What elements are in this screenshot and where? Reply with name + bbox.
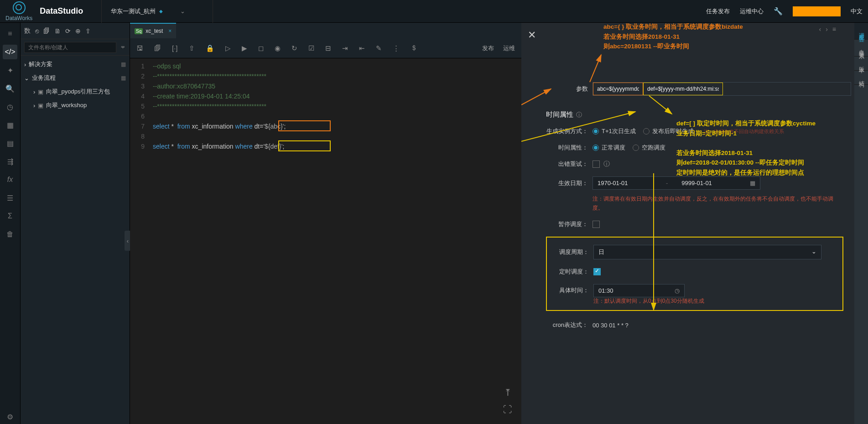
grid-icon[interactable]: ▦ [121, 75, 126, 81]
tree-label: 业务流程 [32, 74, 56, 82]
rail-search-icon[interactable]: 🔍 [3, 81, 17, 96]
more-icon[interactable]: ⋮ [393, 44, 400, 52]
rail-clock-icon[interactable]: ◷ [3, 99, 17, 114]
rrail-lineage[interactable]: 血缘关系 [854, 40, 868, 57]
check-icon[interactable]: ☑ [308, 44, 314, 52]
cost-icon[interactable]: ＄ [411, 44, 417, 52]
nav-next-icon[interactable]: › [826, 26, 828, 33]
rail-grid-icon[interactable]: ▤ [3, 136, 17, 150]
code-editor[interactable]: 123456789 --odps sql --*****************… [130, 58, 521, 424]
gen-note: 注：次日生效不回自动构建依赖关系 [704, 128, 784, 135]
pause-icon[interactable]: ◉ [275, 44, 281, 52]
cycle-select[interactable]: 日⌄ [593, 245, 821, 259]
bracket-icon[interactable]: [·] [172, 44, 178, 52]
left-icon-rail: ≡ </> ✦ 🔍 ◷ ▦ ▤ ⇶ fx ☰ Σ 🗑 ⚙ [0, 23, 21, 424]
tree-search-row: ⫧ [21, 39, 130, 56]
filter-icon[interactable]: ⫧ [120, 44, 126, 51]
cycle-label: 调度周期： [547, 248, 589, 256]
tree-node-solution[interactable]: › 解决方案 ▦ [21, 57, 130, 71]
chevron-down-icon: ⌄ [24, 75, 29, 82]
ops-center-link[interactable]: 运维中心 [740, 7, 764, 16]
editor-area: Sq xc_test × 🖫 🗐 [·] ⇧ 🔒 ▷ ▶ ◻ ◉ ↻ ☑ ⊟ ⇥… [130, 23, 521, 424]
gen-mode-label: 生成实例方式： [546, 127, 588, 135]
date-to-input[interactable] [681, 177, 736, 189]
tab-label: xc_test [146, 28, 163, 34]
save-as-icon[interactable]: 🗐 [154, 44, 161, 52]
param-extra-input[interactable] [723, 83, 851, 95]
ops-button[interactable]: 运维 [503, 44, 515, 52]
time-opt-normal[interactable]: 正常调度 [593, 144, 625, 152]
help-icon[interactable]: ⓘ [603, 160, 610, 168]
param-abc-input[interactable] [593, 83, 643, 95]
lang-link[interactable]: 中文 [851, 7, 863, 16]
tb-link-icon[interactable]: ⎋ [35, 27, 39, 35]
rrail-structure[interactable]: 结构 [854, 71, 868, 85]
nav-prev-icon[interactable]: ‹ [819, 26, 821, 33]
magic-icon[interactable]: ✎ [376, 44, 382, 52]
run-sel-icon[interactable]: ▶ [242, 44, 247, 52]
wrench-icon[interactable]: 🔧 [774, 7, 783, 16]
fullscreen-icon[interactable]: ⛶ [503, 404, 512, 415]
rail-puzzle-icon[interactable]: ✦ [3, 63, 17, 78]
upload-icon[interactable]: ⇧ [189, 44, 195, 52]
rail-flow-icon[interactable]: ⇶ [3, 154, 17, 169]
pause-label: 暂停调度： [546, 220, 588, 228]
lock-icon[interactable]: 🔒 [206, 44, 214, 52]
tb-new-icon[interactable]: 🗎 [54, 27, 61, 35]
brand-sub: DataWorks [5, 15, 32, 21]
time-opt-dry[interactable]: 空跑调度 [633, 144, 665, 152]
tree-toolbar: 数 ⎋ 🗐 🗎 ⟳ ⊕ ⇪ [21, 23, 130, 39]
rail-fx-icon[interactable]: fx [3, 172, 17, 187]
tab-xc-test[interactable]: Sq xc_test × [130, 23, 176, 38]
gen-opt-instant[interactable]: 发布后即时生成 [643, 127, 694, 135]
publish-button[interactable]: 发布 [482, 44, 494, 52]
region-selector[interactable]: 华东一测试_杭州 ◆ ⌄ [101, 0, 213, 23]
expand-icon[interactable]: ⊟ [325, 44, 331, 52]
tb-upload-icon[interactable]: ⇪ [85, 27, 91, 35]
code-body[interactable]: --odps sql --***************************… [148, 58, 521, 424]
top-bar: DataWorks DataStudio 华东一测试_杭州 ◆ ⌄ 任务发布 运… [0, 0, 868, 23]
stop-icon[interactable]: ◻ [258, 44, 264, 52]
rail-table-icon[interactable]: ▦ [3, 118, 17, 132]
tb-data-icon[interactable]: 数 [24, 27, 31, 35]
nav-menu-icon[interactable]: ≡ [832, 26, 836, 33]
param-def-input[interactable] [643, 83, 723, 95]
timed-checkbox[interactable] [593, 268, 601, 275]
gen-opt-t1[interactable]: T+1次日生成 [593, 127, 636, 135]
time-attr-label: 时间属性： [546, 144, 588, 152]
tb-refresh-icon[interactable]: ⟳ [65, 27, 71, 35]
rail-menu-icon[interactable]: ≡ [3, 26, 17, 41]
export-icon[interactable]: ⇥ [342, 44, 348, 52]
close-icon[interactable]: × [168, 28, 172, 34]
rrail-version[interactable]: 版本 [854, 57, 868, 71]
tb-clip-icon[interactable]: 🗐 [43, 27, 50, 35]
rail-db-icon[interactable]: ☰ [3, 191, 17, 205]
rail-trash-icon[interactable]: 🗑 [3, 227, 17, 242]
run-icon[interactable]: ▷ [225, 44, 231, 52]
tree-leaf-pyodps[interactable]: › ▣ 向翠_pyodps引用三方包 [21, 85, 130, 98]
date-from-input[interactable] [598, 177, 652, 189]
save-icon[interactable]: 🖫 [136, 44, 143, 52]
user-badge[interactable] [793, 6, 841, 16]
pause-checkbox[interactable] [593, 221, 600, 228]
retry-checkbox[interactable] [593, 160, 600, 168]
task-publish-link[interactable]: 任务发布 [706, 7, 730, 16]
tb-target-icon[interactable]: ⊕ [75, 27, 81, 35]
scroll-top-icon[interactable]: ⤒ [504, 387, 512, 398]
top-right: 任务发布 运维中心 🔧 中文 [706, 6, 863, 16]
tree-leaf-workshop[interactable]: › ▣ 向翠_workshop [21, 98, 130, 112]
rrail-schedule[interactable]: 调度配置 [854, 23, 868, 40]
tree-search-input[interactable] [24, 42, 116, 53]
eff-date-label: 生效日期： [546, 179, 588, 187]
param-row: 参数 ⓘ [546, 82, 843, 96]
exact-time-input[interactable]: 01:30◷ [593, 284, 685, 297]
rail-sigma-icon[interactable]: Σ [3, 209, 17, 223]
close-icon[interactable]: ✕ [528, 29, 536, 41]
import-icon[interactable]: ⇤ [359, 44, 365, 52]
reload-icon[interactable]: ↻ [291, 44, 297, 52]
rail-gear-icon[interactable]: ⚙ [3, 409, 17, 424]
tree-node-flow[interactable]: ⌄ 业务流程 ▦ [21, 71, 130, 85]
calendar-icon[interactable]: ▦ [750, 180, 755, 186]
rail-code-icon[interactable]: </> [3, 45, 17, 59]
grid-icon[interactable]: ▦ [121, 61, 126, 67]
